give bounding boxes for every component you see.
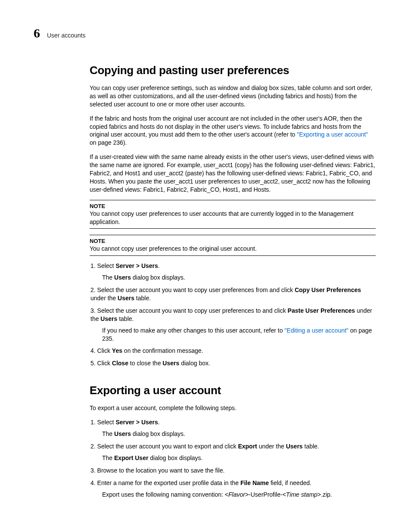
ui-element: Paste User Preferences [288, 307, 355, 314]
text: under the [90, 295, 118, 302]
section-heading-copy-paste: Copying and pasting user preferences [90, 64, 376, 77]
text: dialog box displays. [131, 430, 185, 437]
text: to close the [128, 360, 162, 367]
text: Click [97, 360, 112, 367]
step-result: The Export User dialog box displays. [102, 454, 376, 462]
note-body: You cannot copy user preferences to the … [90, 245, 376, 256]
text: Select the user account you want to copy… [97, 307, 288, 314]
ui-element: Yes [112, 347, 122, 354]
note-block: NOTE You cannot copy user preferences to… [90, 200, 376, 229]
link-exporting-user-account[interactable]: "Exporting a user account" [297, 131, 368, 138]
text: Export uses the following naming convent… [102, 491, 228, 498]
variable: Time stamp [286, 491, 318, 498]
text: Browse to the location you want to save … [97, 467, 225, 474]
step-info: Export uses the following naming convent… [102, 491, 376, 499]
page: 6 User accounts Copying and pasting user… [0, 0, 411, 529]
note-block: NOTE You cannot copy user preferences to… [90, 235, 376, 256]
text: table. [134, 295, 151, 302]
text: Select [97, 262, 116, 269]
step: Select the user account you want to copy… [90, 307, 376, 343]
text: . [158, 262, 160, 269]
content-body: Copying and pasting user preferences You… [90, 64, 376, 498]
ui-path: Server > Users [115, 262, 158, 269]
text: dialog box displays. [131, 274, 185, 281]
text: >-UserProfile-< [245, 491, 286, 498]
ui-element: Users [118, 295, 134, 302]
note-label: NOTE [90, 238, 105, 244]
text: >.zip. [318, 491, 332, 498]
procedure-list: Select Server > Users. The Users dialog … [90, 262, 376, 367]
step: Select Server > Users. The Users dialog … [90, 262, 376, 282]
paragraph: If a user-created view with the same nam… [90, 153, 376, 193]
paragraph: If the fabric and hosts from the origina… [90, 115, 376, 147]
step-result: The Users dialog box displays. [102, 430, 376, 438]
variable: Flavor [228, 491, 245, 498]
text: table. [117, 315, 134, 322]
procedure-list: Select Server > Users. The Users dialog … [90, 418, 376, 498]
ui-element: Users [100, 315, 117, 322]
step: Enter a name for the exported user profi… [90, 479, 376, 499]
text: Select the user account you want to expo… [97, 443, 238, 450]
text: Enter a name for the exported user profi… [97, 479, 240, 486]
text: The [102, 274, 114, 281]
step-result: The Users dialog box displays. [102, 274, 376, 282]
step: Select Server > Users. The Users dialog … [90, 418, 376, 438]
paragraph: To export a user account, complete the f… [90, 404, 376, 412]
note-body: You cannot copy user preferences to user… [90, 210, 376, 229]
step: Select the user account you want to copy… [90, 286, 376, 302]
ui-element: File Name [240, 479, 269, 486]
text: on page 236). [90, 139, 127, 146]
text: table. [303, 443, 319, 450]
paragraph: You can copy user preference settings, s… [90, 84, 376, 109]
step: Browse to the location you want to save … [90, 467, 376, 475]
step: Select the user account you want to expo… [90, 442, 376, 462]
running-title: User accounts [47, 32, 85, 39]
text: The [102, 454, 114, 461]
chapter-number: 6 [34, 26, 40, 40]
note-label: NOTE [90, 203, 105, 209]
text: on the confirmation message. [122, 347, 203, 354]
link-editing-user-account[interactable]: "Editing a user account" [284, 327, 348, 334]
ui-element: Users [286, 443, 303, 450]
text: . [158, 419, 160, 426]
ui-element: Close [112, 360, 128, 367]
text: under the [257, 443, 286, 450]
ui-path: Server > Users [115, 419, 158, 426]
text: Select the user account you want to copy… [97, 286, 295, 293]
page-header: 6 User accounts [34, 26, 377, 40]
step-info: If you need to make any other changes to… [102, 327, 376, 343]
text: The [102, 430, 114, 437]
ui-element: Export User [114, 454, 148, 461]
step: Click Close to close the Users dialog bo… [90, 359, 376, 367]
text: dialog box displays. [148, 454, 202, 461]
ui-element: Users [114, 430, 131, 437]
ui-element: Export [238, 443, 257, 450]
ui-element: Users [114, 274, 131, 281]
ui-element: Copy User Preferences [295, 286, 361, 293]
step: Click Yes on the confirmation message. [90, 347, 376, 355]
section-heading-exporting: Exporting a user account [90, 384, 376, 397]
text: If you need to make any other changes to… [102, 327, 284, 334]
text: dialog box. [179, 360, 210, 367]
ui-element: Users [162, 360, 179, 367]
text: Click [97, 347, 112, 354]
text: field, if needed. [269, 479, 311, 486]
text: Select [97, 419, 116, 426]
